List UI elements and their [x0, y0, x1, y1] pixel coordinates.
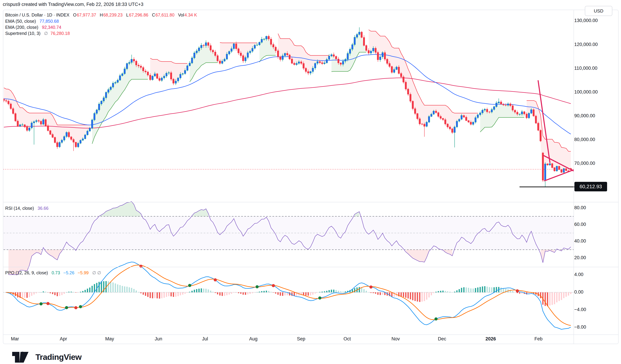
- price-axis-label: 110,000.00: [574, 65, 597, 71]
- open-value: 67,977.37: [77, 13, 96, 17]
- rsi-label[interactable]: RSI (14, close): [5, 206, 34, 211]
- time-axis-label-Mar: Mar: [11, 336, 19, 342]
- ppo-hist-value: 0.73: [52, 270, 60, 275]
- high-label: H: [100, 13, 103, 17]
- ppo-cross-dot: [188, 284, 191, 287]
- chart-card: [3, 10, 619, 344]
- ppo-cross-dot: [214, 278, 217, 281]
- open-label: O: [73, 13, 76, 17]
- ppo-cross-dot: [434, 317, 437, 320]
- plot-area[interactable]: [3, 27, 576, 329]
- volume-label: Vol: [178, 13, 184, 17]
- price-axis-label: 120,000.00: [574, 42, 598, 47]
- ppo-cross-dot: [139, 265, 142, 268]
- rsi-axis-label: 60.00: [574, 222, 586, 227]
- ppo-cross-dot: [46, 302, 50, 305]
- ppo-cross-dot: [369, 285, 373, 288]
- ppo-line-value: −5.26: [63, 270, 74, 275]
- low-value: 67,296.86: [129, 13, 148, 17]
- ppo-cross-dot: [79, 305, 82, 308]
- ppo-axis-label: 0.00: [574, 289, 584, 295]
- rsi-value: 36.66: [37, 206, 49, 211]
- close-label: C: [152, 13, 155, 17]
- ppo-label[interactable]: PPO (12, 26, 9, close): [5, 270, 48, 275]
- ppo-cross-dot: [39, 302, 43, 305]
- volume-value: 4.34 K: [185, 13, 197, 17]
- time-axis-label-Jun: Jun: [155, 336, 162, 342]
- high-value: 68,239.23: [103, 13, 122, 17]
- supertrend-label[interactable]: Supertrend (10, 3): [5, 31, 40, 36]
- ema200-legend[interactable]: EMA (200, close) 92,340.74: [5, 25, 61, 30]
- tradingview-logo-icon: [12, 349, 32, 364]
- price-axis-label: 130,000.00: [574, 18, 598, 23]
- ppo-axis-label: 4.00: [574, 272, 584, 277]
- symbol-title[interactable]: Bitcoin / U.S. Dollar · 1D · INDEX: [5, 13, 69, 17]
- rsi-legend[interactable]: RSI (14, close) 36.66: [5, 206, 49, 211]
- ema200-value: 92,340.74: [42, 25, 61, 30]
- ppo-cross-dot: [74, 306, 77, 309]
- rsi-axis-label: 20.00: [574, 255, 586, 260]
- supertrend-value: 76,280.18: [51, 31, 70, 36]
- ppo-cross-dot: [318, 296, 321, 300]
- currency-toggle-button[interactable]: USD: [585, 6, 612, 16]
- close-value: 67,611.80: [155, 13, 174, 17]
- ppo-cross-dot: [65, 306, 68, 309]
- price-axis-label: 70,000.00: [574, 161, 595, 166]
- ema50-label[interactable]: EMA (50, close): [5, 19, 36, 24]
- low-label: L: [126, 13, 129, 17]
- tradingview-logo[interactable]: TradingView: [12, 349, 82, 364]
- ppo-legend[interactable]: PPO (12, 26, 9, close) 0.73 −5.26 −5.99 …: [5, 270, 101, 275]
- time-axis-label-2026: 2026: [485, 336, 496, 342]
- time-axis-label-Aug: Aug: [249, 336, 258, 342]
- ema200-label[interactable]: EMA (200, close): [5, 25, 38, 30]
- price-axis-label: 80,000.00: [574, 137, 595, 142]
- ppo-axis-label: −4.00: [574, 307, 586, 312]
- time-axis-label-Nov: Nov: [392, 336, 400, 342]
- empty-set-icon: ∅: [44, 31, 48, 36]
- symbol-legend[interactable]: Bitcoin / U.S. Dollar · 1D · INDEX O67,9…: [5, 13, 197, 17]
- ppo-signal-value: −5.99: [78, 270, 89, 275]
- empty-set-icons: ∅ ∅: [92, 270, 101, 275]
- price-axis-label: 100,000.00: [574, 89, 598, 95]
- marked-price-tag: 60,212.93: [574, 182, 607, 191]
- rsi-axis-label: 40.00: [574, 238, 586, 244]
- ppo-cross-dot: [516, 289, 519, 293]
- time-axis-label-Apr: Apr: [60, 336, 67, 342]
- chart-canvas[interactable]: [0, 0, 621, 364]
- ppo-cross-dot: [256, 285, 259, 288]
- time-axis-label-Sep: Sep: [297, 336, 305, 342]
- price-axis-label: 90,000.00: [574, 113, 595, 118]
- ema50-value: 77,850.68: [39, 19, 59, 24]
- ema50-legend[interactable]: EMA (50, close) 77,850.68: [5, 19, 59, 24]
- time-axis-label-Feb: Feb: [535, 336, 543, 342]
- time-axis-label-Jul: Jul: [202, 336, 208, 342]
- time-axis-label-Oct: Oct: [344, 336, 351, 342]
- tradingview-logo-text: TradingView: [35, 352, 82, 362]
- ppo-axis-label: −8.00: [574, 324, 586, 330]
- time-axis-label-Dec: Dec: [438, 336, 446, 342]
- supertrend-legend[interactable]: Supertrend (10, 3) ∅ 76,280.18: [5, 31, 70, 36]
- ppo-cross-dot: [272, 284, 275, 287]
- rsi-axis-label: 80.00: [574, 205, 586, 210]
- time-axis-label-May: May: [105, 336, 114, 342]
